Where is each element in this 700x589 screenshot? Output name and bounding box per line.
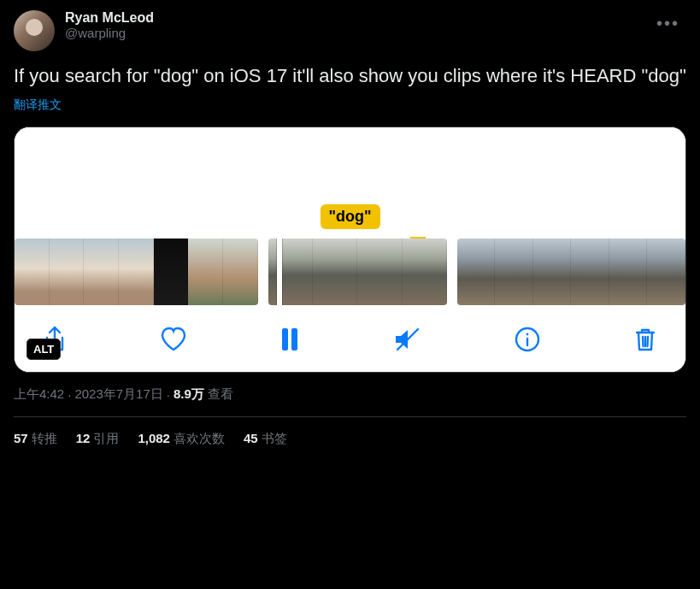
author-name-block[interactable]: Ryan McLeod @warpling (65, 10, 639, 40)
video-frame (357, 239, 402, 305)
speaker-mute-icon (392, 326, 423, 353)
playhead-indicator[interactable] (277, 239, 282, 305)
info-icon (514, 326, 541, 353)
video-frame (154, 239, 189, 305)
retweets-label: 转推 (32, 431, 57, 445)
video-frame (223, 239, 258, 305)
svg-line-8 (647, 337, 648, 346)
like-button[interactable] (159, 326, 188, 353)
separator-dot: · (68, 387, 71, 402)
search-term-row: "dog" (15, 204, 685, 239)
more-options-button[interactable]: ••• (650, 10, 686, 37)
media-whitespace (15, 127, 685, 204)
author-display-name: Ryan McLeod (65, 10, 639, 26)
bookmarks-label: 书签 (262, 431, 287, 445)
engagement-stats: 57转推 12引用 1,082喜欢次数 45书签 (14, 417, 686, 447)
media-attachment[interactable]: "dog" (14, 127, 686, 373)
svg-rect-1 (291, 328, 297, 350)
pause-icon (279, 326, 301, 353)
video-frame (188, 239, 223, 305)
alt-text-badge[interactable]: ALT (26, 339, 61, 360)
video-frame (268, 239, 313, 305)
clip-group-2[interactable] (268, 239, 447, 305)
svg-point-5 (526, 333, 529, 335)
quotes-stat[interactable]: 12引用 (76, 431, 120, 447)
video-frame (533, 239, 572, 305)
quotes-count: 12 (76, 431, 91, 445)
svg-line-6 (643, 337, 644, 346)
tweet-date[interactable]: 2023年7月17日 (74, 386, 162, 403)
trash-icon (632, 326, 658, 353)
search-term-badge: "dog" (320, 204, 379, 229)
mute-button[interactable] (392, 326, 423, 353)
video-frame (403, 239, 447, 305)
video-frame (457, 239, 496, 305)
video-frame (15, 239, 50, 305)
retweets-count: 57 (14, 431, 28, 445)
video-frame (50, 239, 85, 305)
views-label: 查看 (208, 386, 233, 403)
tweet-container: Ryan McLeod @warpling ••• If you search … (0, 0, 700, 457)
delete-button[interactable] (632, 326, 658, 353)
quotes-label: 引用 (93, 431, 119, 445)
likes-stat[interactable]: 1,082喜欢次数 (138, 431, 225, 447)
likes-count: 1,082 (138, 431, 170, 445)
separator-dot: · (167, 387, 170, 402)
video-frame (495, 239, 533, 305)
video-frame (84, 239, 119, 305)
translate-link[interactable]: 翻译推文 (14, 97, 62, 113)
svg-rect-0 (282, 328, 288, 350)
clip-group-1[interactable] (15, 239, 258, 305)
video-frame (647, 239, 685, 305)
heart-icon (159, 326, 188, 353)
author-handle: @warpling (65, 26, 639, 40)
avatar[interactable] (14, 10, 55, 51)
video-filmstrip[interactable] (15, 239, 685, 310)
video-frame (609, 239, 648, 305)
video-frame (571, 239, 609, 305)
tweet-header: Ryan McLeod @warpling ••• (14, 10, 686, 51)
retweets-stat[interactable]: 57转推 (14, 431, 57, 447)
views-count: 8.9万 (174, 386, 204, 403)
media-toolbar (15, 310, 685, 372)
tweet-text: If you search for "dog" on iOS 17 it'll … (14, 63, 686, 89)
clip-group-3[interactable] (457, 239, 685, 305)
tweet-time[interactable]: 上午4:42 (14, 386, 64, 403)
info-button[interactable] (514, 326, 541, 353)
more-icon: ••• (656, 14, 679, 32)
timestamp-row: 上午4:42 · 2023年7月17日 · 8.9万 查看 (14, 386, 686, 403)
pause-button[interactable] (279, 326, 301, 353)
bookmarks-stat[interactable]: 45书签 (244, 431, 287, 447)
video-frame (313, 239, 357, 305)
video-frame (119, 239, 154, 305)
likes-label: 喜欢次数 (174, 431, 225, 445)
bookmarks-count: 45 (244, 431, 258, 445)
